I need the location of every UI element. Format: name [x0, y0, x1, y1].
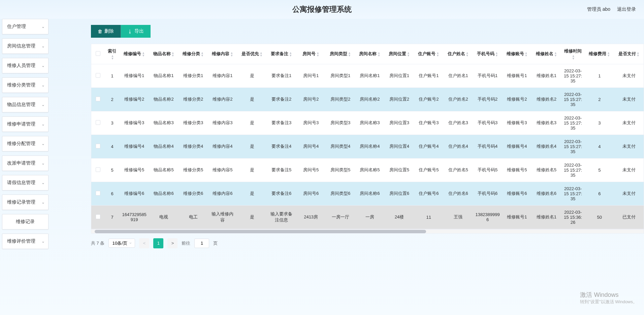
column-header[interactable]: 索引▲▼ — [105, 44, 120, 64]
row-checkbox[interactable] — [96, 144, 100, 148]
sort-icon[interactable]: ▲▼ — [316, 51, 319, 57]
sort-icon[interactable]: ▲▼ — [171, 51, 174, 57]
sidebar-item-0[interactable]: 住户管理⌄ — [2, 19, 49, 34]
sort-icon[interactable]: ▲▼ — [260, 51, 263, 57]
row-checkbox[interactable] — [96, 167, 100, 172]
scrollbar-thumb[interactable] — [95, 230, 426, 233]
cell: 住户姓名6 — [443, 182, 473, 205]
cell: 维修账号2 — [502, 88, 532, 111]
horizontal-scrollbar[interactable] — [91, 230, 644, 234]
table-row[interactable]: 5维修编号5物品名称5维修分类5维修内容5是要求备注5房间号5房间类型5房间名称… — [91, 158, 644, 182]
select-all-checkbox[interactable] — [96, 51, 100, 56]
sort-icon[interactable]: ▲▼ — [525, 51, 528, 57]
table-row[interactable]: 1维修编号1物品名称1维修分类1维修内容1是要求备注1房间号1房间类型1房间名称… — [91, 64, 644, 88]
cell: 手机号码5 — [473, 158, 502, 182]
column-header[interactable]: 要求备注▲▼ — [267, 44, 296, 64]
cell: 未支付 — [614, 158, 644, 182]
sort-icon[interactable]: ▲▼ — [436, 51, 439, 57]
delete-button[interactable]: 🗑 删除 — [91, 25, 121, 38]
sort-icon[interactable]: ▲▼ — [466, 51, 469, 57]
table-row[interactable]: 3维修编号3物品名称3维修分类3维修内容3是要求备注3房间号3房间类型3房间名称… — [91, 111, 644, 135]
sort-icon[interactable]: ▲▼ — [554, 51, 557, 57]
prev-page-button[interactable]: < — [139, 238, 149, 248]
table-row[interactable]: 71647329585919电视电工输入维修内容是输入要求备注信息2413房一房… — [91, 205, 644, 229]
sort-icon[interactable]: ▲▼ — [637, 51, 640, 57]
sort-icon[interactable]: ▲▼ — [607, 51, 610, 57]
cell: 住户账号5 — [414, 158, 443, 182]
column-header[interactable]: 房间名称▲▼ — [355, 44, 384, 64]
sort-icon[interactable]: ▲▼ — [201, 51, 204, 57]
column-header[interactable]: 房间号▲▼ — [296, 44, 325, 64]
sidebar-item-11[interactable]: 维修评价管理⌄ — [2, 234, 49, 249]
column-header[interactable]: 维修账号▲▼ — [502, 44, 532, 64]
column-header[interactable]: 住户姓名▲▼ — [443, 44, 473, 64]
sidebar-item-4[interactable]: 物品信息管理⌄ — [2, 97, 49, 112]
logout-link[interactable]: 退出登录 — [617, 6, 636, 12]
chevron-down-icon: ⌄ — [41, 83, 45, 88]
sort-icon[interactable]: ▲▼ — [495, 51, 498, 57]
cell: 维修内容1 — [208, 64, 237, 88]
column-header[interactable]: 是否优先▲▼ — [237, 44, 267, 64]
column-header[interactable]: 手机号码▲▼ — [473, 44, 502, 64]
cell: 是 — [237, 205, 267, 229]
cell: 维修编号6 — [120, 182, 149, 205]
sidebar-item-7[interactable]: 改派申请管理⌄ — [2, 155, 49, 171]
sort-icon[interactable]: ▲▼ — [111, 55, 114, 60]
column-header[interactable]: 物品名称▲▼ — [149, 44, 178, 64]
cell: 1 — [585, 64, 614, 88]
chevron-down-icon: ⌄ — [41, 44, 45, 48]
cell: 2022-03-15 15:27:35 — [561, 64, 585, 88]
cell: 要求备注2 — [267, 88, 296, 111]
sort-icon[interactable]: ▲▼ — [230, 51, 233, 57]
sort-icon[interactable]: ▲▼ — [289, 51, 292, 57]
row-checkbox[interactable] — [96, 73, 100, 78]
cell: 维修账号1 — [502, 64, 532, 88]
sort-icon[interactable]: ▲▼ — [407, 51, 410, 57]
sidebar-item-3[interactable]: 维修分类管理⌄ — [2, 77, 49, 93]
row-checkbox[interactable] — [96, 97, 100, 101]
cell: 房间名称4 — [355, 135, 384, 158]
table-row[interactable]: 6维修编号6物品名称6维修分类6维修内容6是要求备注6房间号6房间类型6房间名称… — [91, 182, 644, 205]
user-label[interactable]: 管理员 abo — [587, 6, 610, 12]
sidebar-item-1[interactable]: 房间信息管理⌄ — [2, 38, 49, 54]
column-header[interactable]: 维修姓名▲▼ — [532, 44, 561, 64]
column-header[interactable]: 房间类型▲▼ — [326, 44, 355, 64]
cell-index: 7 — [105, 205, 120, 229]
sort-icon[interactable]: ▲▼ — [348, 51, 351, 57]
sidebar-item-label: 物品信息管理 — [7, 102, 35, 108]
select-all-header[interactable] — [91, 44, 105, 64]
column-header[interactable]: 房间位置▲▼ — [385, 44, 414, 64]
sort-icon[interactable]: ▲▼ — [142, 51, 145, 57]
sidebar-item-8[interactable]: 请假信息管理⌄ — [2, 175, 49, 190]
column-label: 房间号 — [302, 51, 316, 56]
cell: 维修内容5 — [208, 158, 237, 182]
next-page-button[interactable]: > — [167, 238, 178, 248]
page-size-select[interactable]: 10条/页 — [108, 239, 135, 248]
sidebar-item-5[interactable]: 维修申请管理⌄ — [2, 116, 49, 132]
column-header[interactable]: 维修分类▲▼ — [179, 44, 208, 64]
row-checkbox[interactable] — [96, 214, 100, 219]
sidebar-item-label: 维修分配管理 — [7, 141, 35, 147]
jump-page-input[interactable] — [194, 239, 209, 248]
cell: 房间号6 — [296, 182, 325, 205]
column-header[interactable]: 维修内容▲▼ — [208, 44, 237, 64]
page-number-button[interactable]: 1 — [153, 238, 163, 248]
sort-icon[interactable]: ▲▼ — [572, 55, 575, 60]
table-row[interactable]: 4维修编号4物品名称4维修分类4维修内容4是要求备注4房间号4房间类型4房间名称… — [91, 135, 644, 158]
sidebar-item-10[interactable]: 维修记录 — [2, 214, 49, 230]
column-header[interactable]: 维修费用▲▼ — [585, 44, 614, 64]
column-header[interactable]: 住户账号▲▼ — [414, 44, 443, 64]
row-checkbox[interactable] — [96, 120, 100, 125]
column-header[interactable]: 维修时间▲▼ — [561, 44, 585, 64]
column-header[interactable]: 维修编号▲▼ — [120, 44, 149, 64]
table-row[interactable]: 2维修编号2物品名称2维修分类2维修内容2是要求备注2房间号2房间类型2房间名称… — [91, 88, 644, 111]
export-button[interactable]: ⭳ 导出 — [121, 25, 151, 38]
sidebar-item-9[interactable]: 维修记录管理⌄ — [2, 195, 49, 210]
sort-icon[interactable]: ▲▼ — [377, 51, 380, 57]
row-checkbox[interactable] — [96, 191, 100, 196]
sidebar-item-2[interactable]: 维修人员管理⌄ — [2, 58, 49, 73]
sidebar-item-6[interactable]: 维修分配管理⌄ — [2, 136, 49, 151]
cell: 是 — [237, 182, 267, 205]
column-header[interactable]: 是否支付▲▼ — [614, 44, 644, 64]
cell: 房间位置1 — [385, 64, 414, 88]
